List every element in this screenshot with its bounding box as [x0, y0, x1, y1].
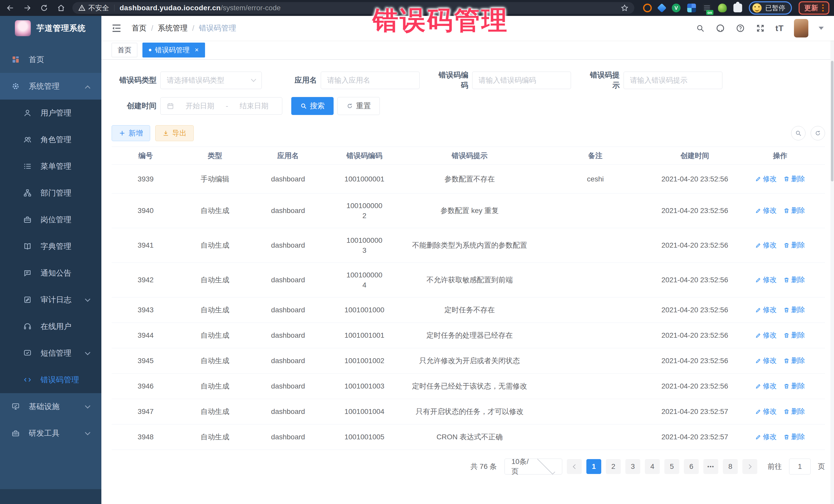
browser-menu-icon[interactable]: [822, 4, 824, 12]
delete-link[interactable]: 删除: [784, 356, 805, 366]
close-icon[interactable]: ×: [195, 46, 199, 54]
app-logo[interactable]: 芋道管理系统: [0, 16, 101, 41]
tab-home[interactable]: 首页: [112, 43, 137, 57]
scrollbar-thumb[interactable]: [831, 61, 833, 181]
breadcrumb-system[interactable]: 系统管理: [158, 23, 188, 34]
sidebar-item-online-users[interactable]: 在线用户: [0, 313, 101, 340]
error-hint-input-wrap[interactable]: [623, 72, 722, 89]
sidebar-item-notices[interactable]: 通知公告: [0, 260, 101, 286]
export-button[interactable]: 导出: [155, 125, 194, 141]
briefcase-icon: [23, 215, 32, 224]
github-icon[interactable]: [716, 23, 725, 33]
delete-link[interactable]: 删除: [784, 381, 805, 391]
sidebar-item-home[interactable]: 首页: [0, 46, 101, 73]
app-name-input-wrap[interactable]: [321, 72, 420, 89]
browser-profile-paused[interactable]: 已暂停: [749, 1, 792, 15]
edit-link[interactable]: 修改: [755, 206, 777, 216]
extension-icon[interactable]: [718, 4, 727, 12]
edit-link[interactable]: 修改: [755, 381, 777, 391]
sidebar-item-dev-tools[interactable]: 研发工具: [0, 420, 101, 446]
sidebar-item-audit-log[interactable]: 审计日志: [0, 286, 101, 313]
page-button-2[interactable]: 2: [606, 459, 621, 474]
edit-link[interactable]: 修改: [755, 407, 777, 416]
sidebar-item-sms[interactable]: 短信管理: [0, 340, 101, 367]
hamburger-icon[interactable]: [112, 24, 122, 32]
sidebar-item-dictionary[interactable]: 字典管理: [0, 233, 101, 260]
error-code-input-wrap[interactable]: [472, 72, 571, 89]
prev-page-button[interactable]: [567, 459, 582, 474]
sidebar-item-error-code[interactable]: 错误码管理: [0, 367, 101, 393]
sidebar-item-posts[interactable]: 岗位管理: [0, 206, 101, 233]
sidebar-item-roles[interactable]: 角色管理: [0, 126, 101, 153]
delete-link[interactable]: 删除: [784, 275, 805, 285]
url-path: /system/error-code: [221, 4, 281, 12]
error-hint-input[interactable]: [630, 76, 716, 84]
extension-icon[interactable]: on: [703, 4, 711, 12]
sidebar-item-menus[interactable]: 菜单管理: [0, 153, 101, 180]
forward-icon[interactable]: [23, 3, 32, 13]
toggle-search-icon[interactable]: [791, 126, 806, 140]
page-scrollbar[interactable]: [830, 16, 834, 504]
page-button-4[interactable]: 4: [645, 459, 660, 474]
delete-link[interactable]: 删除: [784, 240, 805, 250]
page-button-1[interactable]: 1: [586, 459, 601, 474]
delete-link[interactable]: 删除: [784, 206, 805, 216]
user-avatar[interactable]: [794, 19, 808, 38]
back-icon[interactable]: [6, 3, 15, 13]
extension-icon[interactable]: V: [672, 4, 681, 12]
date-range-picker[interactable]: 开始日期 - 结束日期: [160, 97, 282, 115]
bookmark-star-icon[interactable]: [620, 4, 629, 12]
extension-icon[interactable]: [657, 3, 667, 13]
browser-update-button[interactable]: 更新: [798, 1, 829, 15]
help-icon[interactable]: [736, 23, 745, 33]
sidebar-item-departments[interactable]: 部门管理: [0, 180, 101, 206]
app-name-input[interactable]: [327, 76, 413, 84]
delete-link[interactable]: 删除: [784, 174, 805, 184]
sidebar-item-system[interactable]: 系统管理: [0, 73, 101, 100]
edit-link[interactable]: 修改: [755, 305, 777, 315]
extensions-puzzle-icon[interactable]: [733, 4, 742, 12]
delete-link[interactable]: 删除: [784, 432, 805, 442]
error-type-select-input[interactable]: [167, 76, 249, 84]
sidebar-item-users[interactable]: 用户管理: [0, 100, 101, 126]
page-button-5[interactable]: 5: [664, 459, 679, 474]
next-page-button[interactable]: [742, 459, 757, 474]
more-pages-button[interactable]: •••: [703, 459, 718, 474]
tab-label: 首页: [117, 45, 131, 54]
avatar-caret-icon[interactable]: [819, 27, 824, 30]
delete-link[interactable]: 删除: [784, 407, 805, 416]
edit-link[interactable]: 修改: [755, 356, 777, 366]
search-button[interactable]: 搜索: [291, 97, 334, 115]
refresh-icon[interactable]: [811, 126, 825, 140]
page-button-8[interactable]: 8: [723, 459, 738, 474]
edit-link[interactable]: 修改: [755, 330, 777, 340]
page-button-6[interactable]: 6: [684, 459, 699, 474]
reset-button[interactable]: 重置: [337, 97, 380, 115]
add-button[interactable]: 新增: [112, 125, 150, 141]
tab-error-code-active[interactable]: 错误码管理 ×: [142, 43, 205, 58]
delete-link[interactable]: 删除: [784, 305, 805, 315]
url-bar[interactable]: 不安全 dashboard.yudao.iocoder.cn/system/er…: [72, 2, 634, 14]
breadcrumb-home[interactable]: 首页: [132, 23, 147, 34]
error-code-input[interactable]: [479, 76, 565, 84]
extension-icon[interactable]: [687, 4, 696, 12]
reload-icon[interactable]: [40, 3, 49, 13]
edit-link[interactable]: 修改: [755, 432, 777, 442]
extension-icon[interactable]: [643, 4, 652, 12]
sidebar-submenu-system: 用户管理 角色管理 菜单管理 部门管理: [0, 100, 101, 393]
error-type-select[interactable]: [160, 72, 262, 89]
page-size-select[interactable]: 10条/页: [505, 459, 562, 475]
delete-link[interactable]: 删除: [784, 330, 805, 340]
text-size-icon[interactable]: tT: [775, 24, 784, 33]
logo-image: [15, 20, 31, 36]
search-icon[interactable]: [696, 23, 705, 33]
sidebar-item-infrastructure[interactable]: 基础设施: [0, 393, 101, 420]
goto-page-input[interactable]: [789, 459, 811, 475]
security-label[interactable]: 不安全: [88, 3, 109, 13]
edit-link[interactable]: 修改: [755, 275, 777, 285]
edit-link[interactable]: 修改: [755, 174, 777, 184]
fullscreen-icon[interactable]: [755, 23, 765, 33]
page-button-3[interactable]: 3: [626, 459, 640, 474]
edit-link[interactable]: 修改: [755, 240, 777, 250]
home-icon[interactable]: [57, 3, 66, 13]
